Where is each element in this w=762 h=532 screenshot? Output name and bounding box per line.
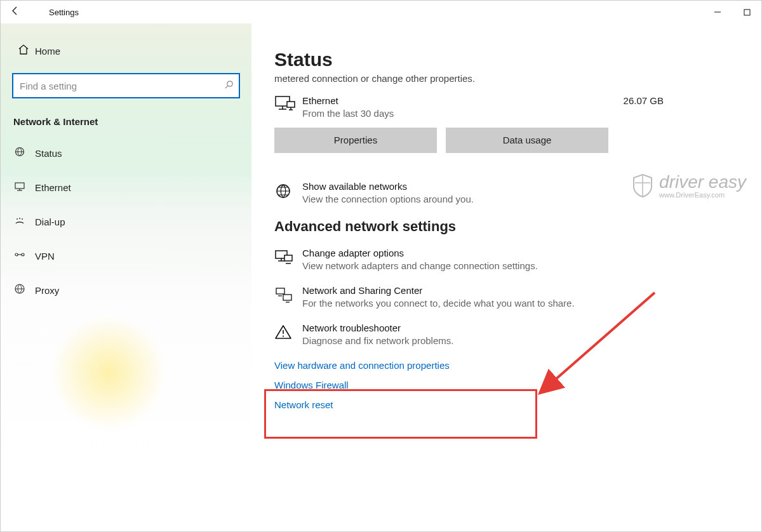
- adapter-icon: [274, 248, 302, 269]
- svg-rect-28: [283, 295, 291, 300]
- sidebar-item-status[interactable]: Status: [12, 136, 240, 170]
- home-button[interactable]: Home: [12, 35, 240, 67]
- show-available-networks[interactable]: Show available networks View the connect…: [274, 181, 742, 204]
- home-label: Home: [35, 46, 60, 57]
- sidebar-item-label: Dial-up: [35, 216, 65, 227]
- ethernet-icon: [13, 180, 35, 196]
- search-icon: [224, 80, 234, 91]
- minimize-button[interactable]: [703, 1, 732, 23]
- sidebar-item-dialup[interactable]: Dial-up: [12, 204, 240, 239]
- warning-triangle-icon: [274, 323, 302, 342]
- sidebar-item-label: Proxy: [35, 285, 59, 296]
- sidebar: Home Network & Internet Status Ethernet: [1, 23, 251, 531]
- proxy-icon: [13, 283, 35, 298]
- sidebar-item-ethernet[interactable]: Ethernet: [12, 170, 240, 204]
- network-troubleshooter[interactable]: Network troubleshooter Diagnose and fix …: [274, 323, 742, 346]
- svg-point-12: [22, 253, 24, 256]
- sidebar-item-proxy[interactable]: Proxy: [12, 273, 240, 307]
- window-controls: [703, 1, 761, 23]
- troubleshooter-title: Network troubleshooter: [302, 323, 453, 333]
- ethernet-subtext: From the last 30 days: [302, 108, 394, 119]
- svg-line-3: [225, 86, 228, 88]
- sharing-center-title: Network and Sharing Center: [302, 285, 575, 296]
- titlebar: Settings: [1, 1, 761, 23]
- maximize-button[interactable]: [732, 1, 761, 23]
- back-button[interactable]: [1, 6, 30, 18]
- window-title: Settings: [49, 8, 79, 17]
- available-networks-title: Show available networks: [302, 181, 474, 192]
- svg-rect-25: [284, 255, 292, 261]
- svg-point-9: [19, 218, 20, 219]
- sidebar-item-vpn[interactable]: VPN: [12, 239, 240, 273]
- svg-point-10: [22, 218, 23, 220]
- monitor-icon: [274, 95, 302, 116]
- svg-point-8: [17, 218, 18, 220]
- ethernet-name: Ethernet: [302, 95, 394, 106]
- change-adapter-subtitle: View network adapters and change connect…: [302, 260, 538, 271]
- available-networks-subtitle: View the connection options around you.: [302, 194, 474, 204]
- link-network-reset[interactable]: Network reset: [274, 399, 742, 410]
- svg-point-32: [283, 335, 284, 336]
- data-usage-button[interactable]: Data usage: [446, 128, 608, 153]
- properties-button[interactable]: Properties: [274, 128, 437, 153]
- sidebar-section-label: Network & Internet: [13, 116, 240, 127]
- svg-rect-18: [287, 102, 295, 107]
- home-icon: [13, 43, 34, 59]
- dialup-icon: [13, 214, 35, 230]
- advanced-settings-header: Advanced network settings: [274, 218, 742, 235]
- svg-rect-1: [744, 10, 750, 15]
- svg-rect-27: [276, 288, 284, 294]
- clipped-text: metered connection or change other prope…: [274, 73, 742, 84]
- svg-point-2: [227, 81, 232, 86]
- sharing-icon: [274, 285, 302, 306]
- main-content: Status metered connection or change othe…: [251, 23, 761, 531]
- vpn-icon: [13, 248, 35, 264]
- search-input[interactable]: [20, 81, 224, 91]
- link-hardware-properties[interactable]: View hardware and connection properties: [274, 360, 742, 371]
- sidebar-item-label: Status: [35, 148, 62, 159]
- network-sharing-center[interactable]: Network and Sharing Center For the netwo…: [274, 285, 742, 309]
- svg-rect-5: [15, 183, 24, 189]
- search-box[interactable]: [12, 73, 240, 98]
- link-windows-firewall[interactable]: Windows Firewall: [274, 380, 742, 390]
- change-adapter-options[interactable]: Change adapter options View network adap…: [274, 248, 742, 271]
- troubleshooter-subtitle: Diagnose and fix network problems.: [302, 335, 453, 346]
- sharing-center-subtitle: For the networks you connect to, decide …: [302, 298, 575, 309]
- ethernet-usage: 26.07 GB: [624, 95, 742, 106]
- sidebar-item-label: VPN: [35, 251, 55, 262]
- page-title: Status: [274, 49, 742, 70]
- status-icon: [13, 145, 35, 161]
- ethernet-usage-row: Ethernet From the last 30 days 26.07 GB: [274, 95, 742, 119]
- sidebar-item-label: Ethernet: [35, 182, 71, 193]
- globe-icon: [274, 181, 302, 202]
- change-adapter-title: Change adapter options: [302, 248, 538, 258]
- svg-point-11: [15, 253, 18, 256]
